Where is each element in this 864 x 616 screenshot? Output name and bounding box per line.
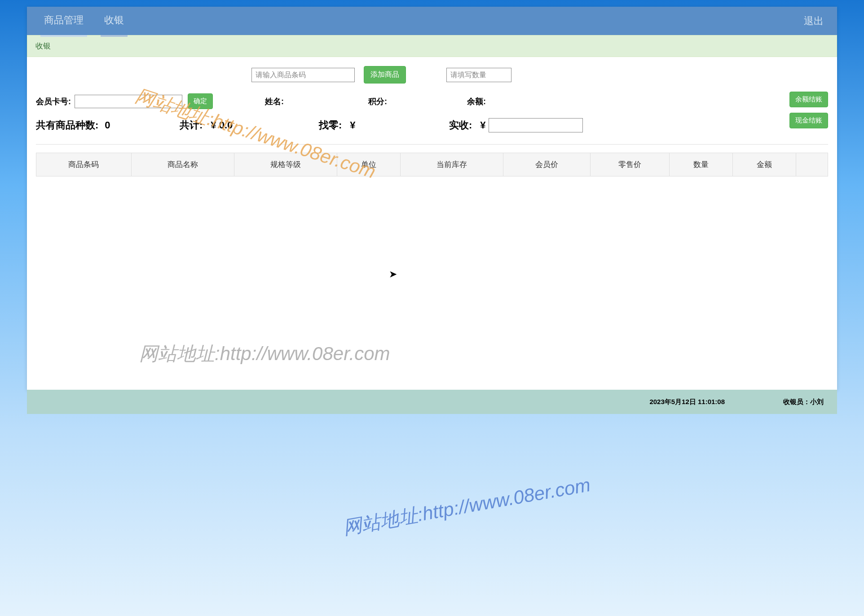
confirm-button[interactable]: 确定 bbox=[188, 93, 213, 109]
balance-checkout-button[interactable]: 余额结账 bbox=[789, 92, 828, 107]
th-name: 商品名称 bbox=[131, 153, 234, 176]
th-stock: 当前库存 bbox=[400, 153, 503, 176]
change-currency: ¥ bbox=[350, 119, 355, 131]
barcode-row: 添加商品 bbox=[36, 66, 828, 84]
footer-datetime: 2023年5月12日 11:01:08 bbox=[649, 398, 725, 406]
product-count-value: 0 bbox=[105, 119, 110, 131]
th-qty: 数量 bbox=[670, 153, 733, 176]
barcode-input[interactable] bbox=[251, 68, 355, 82]
panel-title: 收银 bbox=[27, 35, 837, 57]
total: 共计: ¥ 0.0 bbox=[180, 119, 233, 132]
balance-group: 余额: bbox=[467, 96, 489, 107]
member-row: 会员卡号: 确定 姓名: 积分: 余额: 余额结账 现金结账 bbox=[36, 93, 828, 109]
total-label: 共计: bbox=[180, 119, 203, 132]
th-unit: 单位 bbox=[337, 153, 400, 176]
points-group: 积分: bbox=[368, 96, 390, 107]
top-navbar: 商品管理 收银 退出 bbox=[27, 7, 837, 35]
panel-body: 添加商品 会员卡号: 确定 姓名: 积分: 余额: 余额结账 现金结账 bbox=[27, 57, 837, 185]
th-action bbox=[796, 153, 828, 176]
th-barcode: 商品条码 bbox=[36, 153, 132, 176]
th-member-price: 会员价 bbox=[503, 153, 591, 176]
balance-label: 余额: bbox=[467, 96, 486, 107]
received-input[interactable] bbox=[489, 118, 583, 132]
add-product-button[interactable]: 添加商品 bbox=[364, 66, 406, 84]
footer-cashier: 收银员：小刘 bbox=[783, 398, 824, 406]
received-label: 实收: bbox=[449, 119, 472, 132]
product-count: 共有商品种数: 0 bbox=[36, 119, 110, 132]
received-currency: ¥ bbox=[480, 119, 485, 131]
table-header-row: 商品条码 商品名称 规格等级 单位 当前库存 会员价 零售价 数量 金额 bbox=[36, 153, 828, 176]
total-value: ¥ 0.0 bbox=[211, 119, 233, 131]
main-window: 商品管理 收银 退出 收银 添加商品 会员卡号: 确定 姓名: 积分: bbox=[27, 7, 837, 390]
summary-row: 共有商品种数: 0 共计: ¥ 0.0 找零: ¥ 实收: ¥ bbox=[36, 117, 828, 145]
product-table: 商品条码 商品名称 规格等级 单位 当前库存 会员价 零售价 数量 金额 bbox=[36, 153, 828, 176]
received: 实收: ¥ bbox=[449, 118, 583, 132]
table-container: 商品条码 商品名称 规格等级 单位 当前库存 会员价 零售价 数量 金额 bbox=[36, 153, 828, 176]
th-amount: 金额 bbox=[733, 153, 796, 176]
change: 找零: ¥ bbox=[319, 119, 356, 132]
member-card-input[interactable] bbox=[75, 95, 182, 108]
nav-cashier[interactable]: 收银 bbox=[101, 5, 128, 37]
quantity-input[interactable] bbox=[446, 68, 511, 82]
nav-product-management[interactable]: 商品管理 bbox=[40, 5, 87, 37]
product-count-label: 共有商品种数: bbox=[36, 119, 98, 132]
name-group: 姓名: bbox=[265, 96, 287, 107]
nav-logout[interactable]: 退出 bbox=[804, 14, 824, 28]
th-retail-price: 零售价 bbox=[591, 153, 670, 176]
change-label: 找零: bbox=[319, 119, 342, 132]
member-card-label: 会员卡号: bbox=[36, 96, 71, 107]
name-label: 姓名: bbox=[265, 96, 284, 107]
footer-bar: 2023年5月12日 11:01:08 收银员：小刘 bbox=[27, 390, 837, 414]
th-spec: 规格等级 bbox=[234, 153, 337, 176]
watermark-3: 网站地址:http://www.08er.com bbox=[341, 472, 592, 541]
points-label: 积分: bbox=[368, 96, 387, 107]
nav-left: 商品管理 收银 bbox=[40, 5, 128, 37]
content-area: 收银 添加商品 会员卡号: 确定 姓名: 积分: 余额: bbox=[27, 35, 837, 390]
